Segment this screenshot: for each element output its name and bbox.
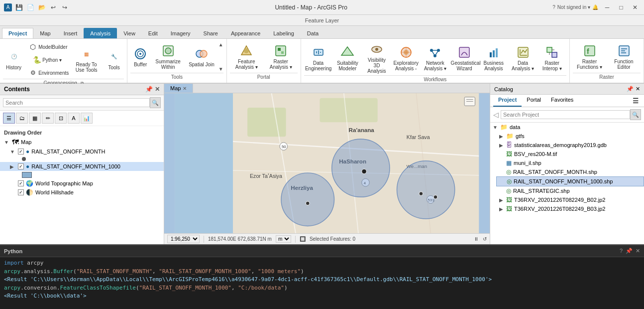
map-toggle[interactable]: ▼ — [4, 140, 10, 145]
cat-item-rail-stat-shp[interactable]: ▶ ◎ RAIL_STAT_ONOFF_MONTH.shp — [496, 167, 644, 176]
cat-item-bsv[interactable]: ▶ 🖼 BSV_res200-M.tif — [496, 150, 644, 158]
cat-item-gtfs[interactable]: ▶ 📁 gtfs — [496, 132, 644, 141]
rail-stat-1000-toggle[interactable]: ▶ — [10, 164, 16, 169]
tab-view[interactable]: View — [117, 28, 142, 38]
dataanalysis-btn[interactable]: Data Analysis ▾ — [509, 44, 537, 73]
tree-item-world-hillshade[interactable]: ▶ ✓ 🌓 World Hillshade — [0, 188, 164, 197]
maximize-btn[interactable]: □ — [616, 3, 626, 11]
list-by-snapping-btn[interactable]: ⊡ — [55, 113, 67, 124]
coord-unit-selector[interactable]: m — [276, 235, 291, 243]
redo-icon[interactable]: ↪ — [60, 3, 70, 11]
catalog-back-btn[interactable]: ◁ — [493, 111, 499, 119]
t36rxv-b03-toggle[interactable]: ▶ — [498, 206, 504, 212]
tab-imagery[interactable]: Imagery — [164, 28, 197, 38]
new-icon[interactable]: 📄 — [25, 3, 35, 11]
scale-selector[interactable]: 1:96,250 — [167, 235, 200, 243]
cat-item-muni-il[interactable]: ▶ ▦ muni_il.shp — [496, 158, 644, 167]
statisticalareas-toggle[interactable]: ▶ — [498, 143, 504, 148]
list-by-charts-btn[interactable]: 📊 — [81, 113, 93, 124]
pin-icon[interactable]: 📌 — [145, 86, 153, 93]
tree-item-rail-stat-1000[interactable]: ▶ ✓ ● RAIL_STAT_ONOFF_MONTH_1000 — [0, 162, 164, 171]
environments-btn[interactable]: ⚙ Environments — [25, 67, 69, 79]
open-icon[interactable]: 📂 — [37, 3, 47, 11]
scroll-down-btn[interactable]: ▼ — [218, 66, 223, 72]
map-canvas[interactable]: 50 4 531 Ra'anana HaSharon Kfar Sava Ezo… — [164, 93, 490, 233]
list-by-editing-btn[interactable]: ✏ — [42, 113, 54, 124]
list-by-drawing-order-btn[interactable]: ☰ — [3, 113, 15, 124]
functioneditor-btn[interactable]: Function Editor — [607, 42, 641, 71]
readytouse-btn[interactable]: ▦ Ready To Use Tools — [70, 45, 103, 74]
contents-search-input[interactable] — [3, 98, 150, 107]
tab-project[interactable]: Project — [2, 28, 33, 38]
tab-map[interactable]: Map — [33, 28, 57, 38]
featureanalysis-btn[interactable]: Feature Analysis ▾ — [230, 42, 263, 71]
python-content[interactable]: import arcpy arcpy.analysis.Buffer("RAIL… — [0, 257, 644, 309]
data-toggle[interactable]: ▼ — [492, 125, 498, 130]
catalog-search-btn[interactable]: 🔍 — [630, 109, 641, 120]
pause-btn[interactable]: ⏸ — [474, 236, 479, 242]
catalog-pin-icon[interactable]: 📌 — [627, 86, 634, 92]
signed-in-btn[interactable]: Not signed in ▾ — [557, 4, 590, 10]
tab-appearance[interactable]: Appearance — [224, 28, 267, 38]
rasteranalysis-btn[interactable]: Raster Analysis ▾ — [264, 42, 298, 71]
map-tab[interactable]: Map ✕ — [164, 84, 193, 93]
visibility3d-btn[interactable]: Visibility 3D Analysis — [362, 41, 391, 75]
rasterinterop-btn[interactable]: Raster Interop ▾ — [537, 44, 566, 73]
buffer-btn[interactable]: Buffer — [130, 45, 150, 69]
summarizewithin-btn[interactable]: Summarize Within — [151, 42, 185, 71]
history-btn[interactable]: 🕐 History — [3, 48, 24, 72]
tab-share[interactable]: Share — [197, 28, 224, 38]
businessanalysis-btn[interactable]: Business Analysis — [479, 44, 508, 73]
spatialjoin-btn[interactable]: Spatial Join — [186, 45, 217, 69]
tab-analysis[interactable]: Analysis — [84, 28, 117, 38]
python-pin-icon[interactable]: 📌 — [626, 248, 633, 254]
rasterfunctions-btn[interactable]: f Raster Functions ▾ — [573, 42, 606, 71]
contents-search-btn[interactable]: 🔍 — [150, 97, 161, 108]
undo-icon[interactable]: ↩ — [48, 3, 58, 11]
t36rxv-b02-toggle[interactable]: ▶ — [498, 197, 504, 203]
modelbuilder-btn[interactable]: ⬡ ModelBuilder — [25, 41, 69, 53]
geostatisticalwizard-btn[interactable]: Geostatistical Wizard — [450, 44, 479, 73]
catalog-close-icon[interactable]: ✕ — [636, 86, 640, 92]
list-by-source-btn[interactable]: 🗂 — [16, 113, 28, 124]
tab-insert[interactable]: Insert — [57, 28, 84, 38]
tree-item-map[interactable]: ▼ 🗺 Map — [0, 137, 164, 147]
cat-item-t36rxv-b02[interactable]: ▶ 🖼 T36RXV_20201226T082249_B02.jp2 — [496, 195, 644, 204]
python-close-icon[interactable]: ✕ — [636, 248, 640, 254]
tree-item-rail-stat[interactable]: ▼ ✓ ● RAIL_STAT_ONOFF_MONTH — [0, 147, 164, 156]
rail-stat-checkbox[interactable]: ✓ — [18, 149, 24, 154]
tab-edit[interactable]: Edit — [142, 28, 164, 38]
gtfs-toggle[interactable]: ▶ — [498, 134, 504, 139]
cat-item-rail-strategic[interactable]: ▶ ◎ RAIL_STRATEGIC.shp — [496, 186, 644, 195]
save-icon[interactable]: 💾 — [14, 3, 24, 11]
tree-item-world-topo[interactable]: ▶ ✓ 🌍 World Topographic Map — [0, 179, 164, 188]
close-btn[interactable]: ✕ — [630, 3, 640, 11]
suitabilitymodeler-btn[interactable]: Suitability Modeler — [333, 44, 362, 73]
minimize-btn[interactable]: ─ — [602, 3, 612, 11]
tab-data[interactable]: Data — [301, 28, 325, 38]
rail-stat-toggle[interactable]: ▼ — [10, 149, 16, 154]
catalog-tab-portal[interactable]: Portal — [522, 95, 546, 107]
cat-item-statisticalareas[interactable]: ▶ 🗄 statisticalareas_demography2019.gdb — [496, 141, 644, 150]
catalog-menu-icon[interactable]: ☰ — [631, 95, 641, 107]
cat-item-data[interactable]: ▼ 📁 data — [490, 123, 644, 132]
networkanalysis-btn[interactable]: Network Analysis ▾ — [421, 44, 450, 73]
help-icon[interactable]: ? — [552, 4, 555, 10]
rail-stat-1000-checkbox[interactable]: ✓ — [18, 163, 24, 169]
python-btn[interactable]: 🐍 Python ▾ — [25, 54, 69, 66]
refresh-btn[interactable]: ↺ — [483, 236, 487, 242]
contents-close-icon[interactable]: ✕ — [155, 86, 160, 93]
catalog-search-input[interactable] — [501, 110, 630, 119]
cat-item-rail-stat-1000-shp[interactable]: ▶ ◎ RAIL_STAT_ONOFF_MONTH_1000.shp — [496, 176, 644, 186]
world-topo-checkbox[interactable]: ✓ — [18, 180, 24, 186]
tools-btn[interactable]: 🔧 Tools — [104, 48, 124, 72]
dataengineering-btn[interactable]: Data Engineering — [304, 44, 333, 73]
notification-icon[interactable]: 🔔 — [592, 4, 598, 10]
exploratoryanalysis-btn[interactable]: Exploratory Analysis - — [392, 44, 421, 73]
catalog-tab-favorites[interactable]: Favorites — [546, 95, 578, 107]
map-tab-close[interactable]: ✕ — [183, 86, 187, 91]
tab-labeling[interactable]: Labeling — [267, 28, 301, 38]
list-by-selection-btn[interactable]: ▦ — [29, 113, 41, 124]
cat-item-t36rxv-b03[interactable]: ▶ 🖼 T36RXV_20201226T082249_B03.jp2 — [496, 204, 644, 213]
scroll-up-btn[interactable]: ▲ — [218, 42, 223, 47]
